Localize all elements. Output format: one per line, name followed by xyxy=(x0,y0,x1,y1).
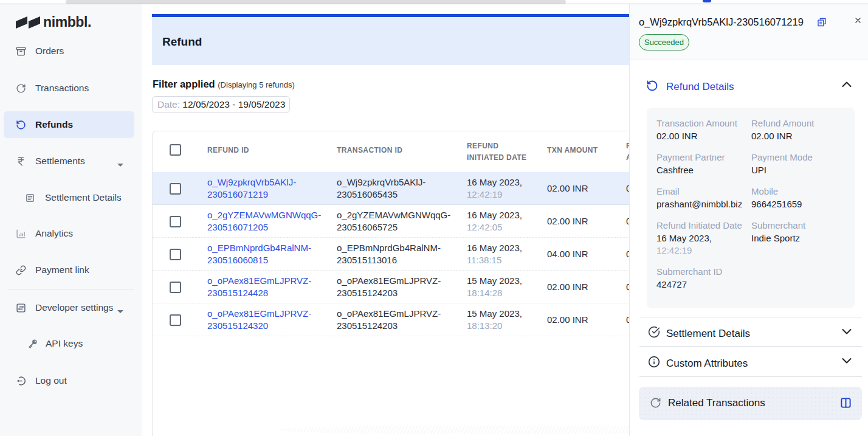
svg-text:nimbbl.: nimbbl. xyxy=(43,14,91,29)
